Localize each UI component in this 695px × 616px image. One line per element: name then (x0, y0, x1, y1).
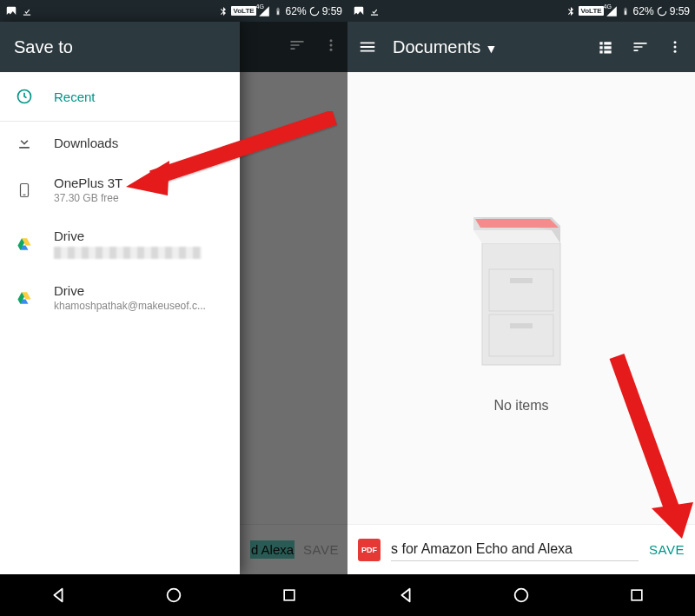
device-name: OnePlus 3T (54, 176, 122, 190)
svg-point-12 (674, 50, 677, 53)
drive-label: Drive (54, 229, 202, 243)
screen-save-to-drawer: VoLTE 4G 62% 9:59 d Alexa SAVE (0, 0, 348, 616)
battery-percent: 62% (633, 5, 654, 17)
svg-rect-20 (632, 590, 642, 600)
downloads-label: Downloads (54, 136, 118, 150)
svg-rect-13 (482, 243, 560, 365)
save-button[interactable]: SAVE (649, 542, 685, 557)
bluetooth-icon (565, 5, 577, 17)
view-list-icon[interactable] (596, 37, 615, 56)
signal-icon: 4G (258, 5, 270, 17)
overflow-menu-icon[interactable] (665, 37, 685, 56)
svg-point-19 (515, 589, 528, 602)
google-drive-icon (16, 235, 33, 253)
empty-state: No items (348, 72, 695, 524)
sort-icon[interactable] (631, 37, 650, 56)
image-notification-icon (5, 5, 17, 17)
download-icon (16, 134, 33, 151)
spinner-icon (308, 5, 321, 17)
drawer-item-drive-1[interactable]: Drive (0, 216, 240, 271)
svg-point-0 (310, 7, 318, 15)
folder-title-dropdown[interactable]: Documents ▼ (393, 37, 580, 57)
drive-label: Drive (54, 283, 206, 298)
navigation-bar (348, 574, 695, 616)
clock-time: 9:59 (670, 5, 690, 17)
recents-button[interactable] (626, 585, 647, 606)
navigation-bar (0, 574, 348, 616)
svg-point-11 (674, 46, 677, 49)
download-done-icon (21, 5, 33, 17)
save-to-drawer: Save to Recent Downloads OnePlus 3T 37.3… (0, 22, 240, 574)
recents-button[interactable] (279, 585, 300, 606)
home-button[interactable] (511, 585, 532, 606)
status-bar: VoLTE 4G 62% 9:59 (348, 0, 695, 22)
drawer-item-downloads[interactable]: Downloads (0, 122, 240, 163)
status-bar: VoLTE 4G 62% 9:59 (0, 0, 348, 22)
svg-point-10 (674, 41, 677, 43)
image-notification-icon (353, 5, 365, 17)
device-free-space: 37.30 GB free (54, 192, 122, 204)
bluetooth-icon (217, 5, 229, 17)
filename-input[interactable]: s for Amazon Echo and Alexa (391, 538, 639, 561)
svg-point-9 (658, 7, 665, 15)
empty-state-text: No items (493, 398, 548, 414)
back-button[interactable] (395, 585, 416, 606)
svg-rect-8 (284, 590, 295, 600)
hamburger-menu-icon[interactable] (358, 37, 377, 56)
battery-icon (619, 5, 632, 17)
drive-account-redacted (54, 247, 202, 259)
google-drive-icon (16, 289, 33, 307)
battery-percent: 62% (286, 5, 307, 17)
spinner-icon (656, 5, 668, 17)
empty-cabinet-illustration (456, 182, 586, 374)
drawer-item-device[interactable]: OnePlus 3T 37.30 GB free (0, 163, 240, 216)
screen-documents: VoLTE 4G 62% 9:59 Documents ▼ (348, 0, 695, 616)
drawer-item-recent[interactable]: Recent (0, 72, 240, 122)
drive-account: khamoshpathak@makeuseof.c... (54, 300, 206, 312)
signal-icon: 4G (606, 5, 618, 17)
svg-rect-16 (510, 278, 533, 283)
recent-label: Recent (54, 89, 96, 104)
drawer-item-drive-2[interactable]: Drive khamoshpathak@makeuseof.c... (0, 271, 240, 324)
home-button[interactable] (163, 585, 184, 606)
volte-badge: VoLTE (231, 6, 255, 16)
clock-time: 9:59 (322, 5, 342, 17)
drawer-title: Save to (0, 22, 240, 72)
filename-bar: PDF s for Amazon Echo and Alexa SAVE (348, 524, 695, 574)
chevron-down-icon: ▼ (479, 42, 498, 56)
battery-icon (272, 5, 284, 17)
pdf-file-icon: PDF (358, 539, 381, 561)
download-done-icon (368, 5, 381, 17)
volte-badge: VoLTE (579, 6, 603, 16)
clock-icon (16, 88, 33, 105)
back-button[interactable] (48, 585, 69, 606)
svg-point-7 (168, 589, 181, 602)
app-bar: Documents ▼ (348, 22, 695, 72)
svg-rect-18 (510, 323, 533, 328)
phone-icon (16, 182, 33, 199)
